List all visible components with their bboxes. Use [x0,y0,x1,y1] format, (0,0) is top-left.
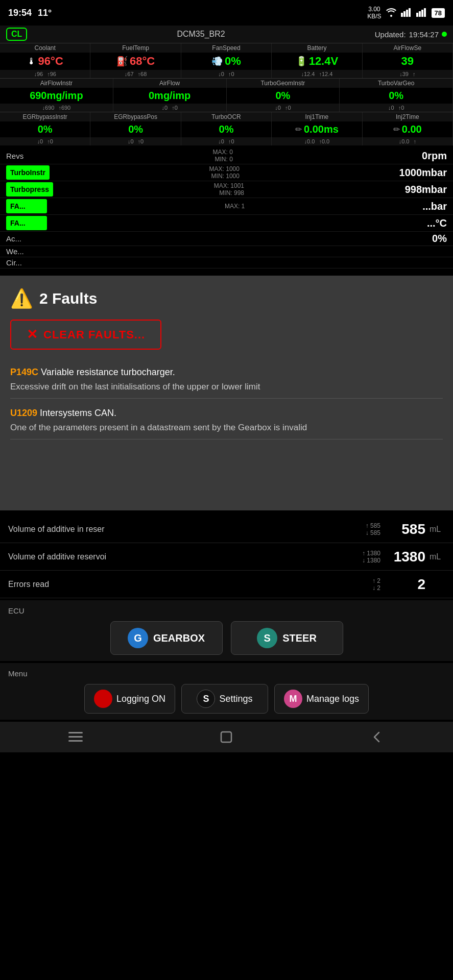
sensor-values-row2: 690mg/imp 0mg/imp 0% 0% [0,88,453,104]
data-row-label-1: Volume of additive reservoi [8,552,362,561]
gauge-row-fa2: FA... ...°C [0,215,453,232]
svg-rect-5 [419,11,421,17]
sensor-val-inj2time: ✏ 0.00 [363,121,453,137]
faults-count-label: 2 Faults [39,290,97,307]
sensor-val-egrbypasspos: 0% [90,121,181,137]
gauge-row-fa1: FA... MAX: 1 ...bar [0,198,453,215]
minmax-inj2time: ↓0.0↑ [363,137,453,145]
gauge-turbopress-value: 998mbar [405,184,447,195]
time-display: 19:54 [8,8,32,18]
sensor-val-turbogeoninstr: 0% [227,88,340,104]
minmax-airflow: ↓0↑0 [113,104,227,112]
ecu-identifier: DCM35_BR2 [177,30,225,39]
data-row-value-2: 2 [385,576,425,593]
sensor-label-coolant: Coolant [0,43,90,53]
sensor-labels-row2: AirFlowInstr AirFlow TurboGeomInstr Turb… [0,78,453,88]
modal-title: ⚠️ 2 Faults [10,288,443,309]
data-row-label-2: Errors read [8,580,372,589]
coolant-up: ↑96 [47,71,56,77]
airflowse-value: 39 [401,55,414,68]
sensor-label-turbogeoninstr: TurboGeomInstr [227,79,340,88]
gauge-revs-value: 0rpm [422,150,447,162]
minmax-row3: ↓0↑0 ↓0↑0 ↓0↑0 ↓0.0↑0.0 ↓0.0↑ [0,137,453,145]
sensor-values-row1: 🌡 96°C ⛽ 68°C 💨 0% 🔋 12.4V 39 [0,53,453,70]
steer-button[interactable]: S STEER [231,621,343,655]
minmax-row1: ↓96 ↑96 ↓67 ↑68 ↓0 ↑0 ↓12.4 ↑12.4 ↓39 ↑ [0,70,453,78]
clear-faults-button[interactable]: ✕ CLEAR FAULTS... [10,320,161,350]
gauge-row-turboinstr: TurboInstr MAX: 1000 MIN: 1000 1000mbar [0,164,453,181]
online-indicator [442,32,447,37]
svg-rect-7 [424,8,426,17]
clear-faults-label: CLEAR FAULTS... [43,328,145,341]
minmax-battery: ↓12.4 ↑12.4 [272,70,362,78]
coolant-value: 96°C [38,55,63,68]
data-section: Volume of additive in reser ↑ 585 ↓ 585 … [0,516,453,598]
fanspeed-icon: 💨 [211,56,223,67]
gauge-turboinstr-bar: TurboInstr [6,165,50,180]
data-row-label-0: Volume of additive in reser [8,525,366,534]
coolant-icon: 🌡 [27,56,36,67]
nav-back-icon[interactable] [370,730,385,744]
gauge-revs-minmax: MAX: 0 MIN: 0 [212,149,232,163]
sensor-val-battery: 🔋 12.4V [272,53,362,70]
fueltemp-down: ↓67 [125,71,134,77]
gauge-fa1-left: FA... [6,199,47,213]
gauge-ac-label: Ac... [6,234,21,243]
gauge-revs-left: Revs [6,152,23,160]
egrbypassinstr-value: 0% [38,124,53,135]
status-right: 3.00KB/S 78 [367,6,445,20]
menu-section-label: Menu [8,669,445,678]
status-left: 19:54 11° [8,8,52,18]
sensor-label-fueltemp: FuelTemp [90,43,181,53]
nav-bar [0,722,453,752]
data-row-arrows-2: ↑ 2 ↓ 2 [372,577,380,592]
sensor-val-coolant: 🌡 96°C [0,53,90,70]
nav-menu-icon[interactable] [68,732,83,742]
gauge-turbopress-minmax: MAX: 1001 MIN: 998 [214,182,244,197]
gauge-revs-label: Revs [6,152,23,160]
minmax-airflowse: ↓39 ↑ [363,70,453,78]
manage-logs-label: Manage logs [306,694,359,704]
manage-logs-button[interactable]: M Manage logs [274,684,369,714]
gauge-row-we: We... [0,246,453,257]
battery-sensor-icon: 🔋 [296,56,307,67]
gauge-we-label: We... [6,247,24,256]
sensor-label-airflow: AirFlow [113,79,227,88]
data-row-unit-0: mL [430,525,445,534]
fault-desc-0: Excessive drift on the last initialisati… [10,381,443,393]
sensor-label-inj2time: Inj2Time [363,112,453,121]
logging-button[interactable]: Logging ON [84,684,175,714]
settings-icon: S [197,690,215,708]
fault-title-0: Variable resistance turbocharger. [41,367,175,377]
updated-label: Updated: [375,30,406,39]
temperature-display: 11° [38,8,52,18]
manage-logs-icon: M [284,690,302,708]
sensor-label-airflowinstr: AirFlowInstr [0,79,113,88]
gauge-row-revs: Revs MAX: 0 MIN: 0 0rpm [0,148,453,164]
data-row-0: Volume of additive in reser ↑ 585 ↓ 585 … [0,516,453,543]
fault-item-1: U1209 Intersystems CAN. One of the param… [10,403,443,439]
svg-rect-9 [68,736,83,738]
minmax-fueltemp: ↓67 ↑68 [90,70,181,78]
airflowinstr-value: 690mg/imp [30,90,83,102]
airflowse-up: ↑ [413,71,416,77]
svg-rect-8 [68,732,83,733]
gauge-turbopress-left: Turbopress [6,182,53,197]
gearbox-icon: G [128,628,148,648]
nav-home-icon[interactable] [219,730,233,744]
gauge-section: Revs MAX: 0 MIN: 0 0rpm TurboInstr MAX: … [0,145,453,271]
updated-time: 19:54:27 [409,30,439,39]
cl-badge[interactable]: CL [6,28,27,41]
gauge-fa1-bar: FA... [6,199,47,213]
gauge-row-turbopress: Turbopress MAX: 1001 MIN: 998 998mbar [0,181,453,198]
svg-rect-11 [221,732,231,742]
gearbox-button[interactable]: G GEARBOX [110,621,223,655]
settings-button[interactable]: S Settings [181,684,268,714]
sensor-label-fanspeed: FanSpeed [181,43,272,53]
sensor-label-airflow-se: AirFlowSe [363,43,453,53]
svg-rect-0 [401,13,403,17]
logging-label: Logging ON [116,694,165,704]
sensor-val-airflowinstr: 690mg/imp [0,88,113,104]
turbovargeo-value: 0% [389,90,403,102]
fanspeed-down: ↓0 [218,71,224,77]
